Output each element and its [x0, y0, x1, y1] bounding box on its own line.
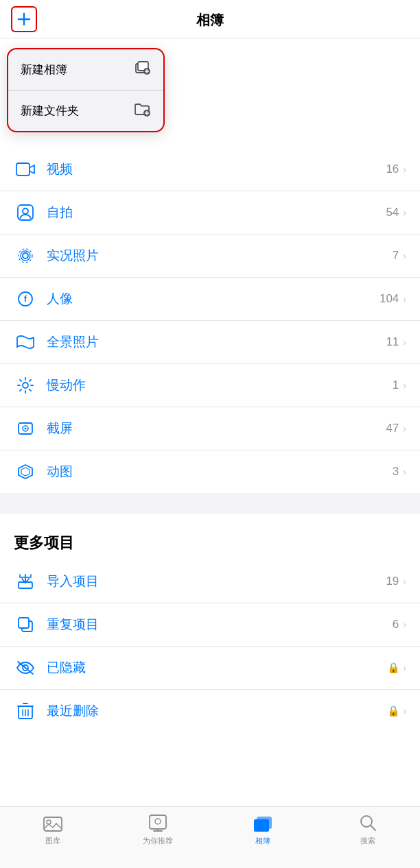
import-chevron: › [403, 576, 406, 587]
tab-foryou[interactable]: 为你推荐 [105, 814, 210, 846]
svg-point-49 [155, 819, 161, 824]
svg-point-13 [23, 253, 28, 258]
recently-deleted-item[interactable]: 最近删除 🔒 › [0, 690, 420, 732]
portrait-count: 104 [380, 292, 399, 306]
screenshot-item[interactable]: 截屏 47 › [0, 407, 420, 450]
section-spacer [0, 493, 420, 514]
svg-text:f: f [24, 293, 27, 304]
panorama-icon [14, 330, 37, 354]
duplicate-chevron: › [403, 619, 406, 630]
gallery-label: 图库 [45, 836, 60, 846]
new-album-item[interactable]: 新建相簿 [8, 49, 163, 91]
gallery-icon [43, 814, 63, 833]
selfie-count: 54 [386, 206, 399, 219]
slowmo-item[interactable]: 慢动作 1 › [0, 364, 420, 407]
tab-bar: 图库 为你推荐 相簿 [0, 806, 420, 868]
gif-count: 3 [393, 465, 399, 479]
new-album-label: 新建相簿 [21, 62, 67, 77]
duplicate-item[interactable]: 重复项目 6 › [0, 603, 420, 647]
recently-deleted-label: 最近删除 [47, 702, 387, 720]
svg-rect-10 [16, 163, 30, 176]
duplicate-count: 6 [393, 618, 399, 631]
svg-rect-44 [44, 817, 62, 831]
app-header: 相簿 [0, 0, 420, 38]
screenshot-label: 截屏 [47, 420, 386, 437]
video-item[interactable]: 视频 16 › [0, 148, 420, 191]
live-photo-item[interactable]: 实况照片 7 › [0, 234, 420, 278]
search-label: 搜索 [360, 836, 375, 846]
new-folder-icon [133, 100, 151, 121]
video-count: 16 [386, 162, 399, 176]
svg-line-54 [371, 825, 375, 830]
hidden-chevron: › [403, 662, 406, 673]
new-folder-item[interactable]: 新建文件夹 [8, 91, 163, 131]
portrait-label: 人像 [47, 290, 380, 308]
deleted-lock: 🔒 [387, 705, 400, 717]
import-icon [14, 570, 37, 593]
hidden-label: 已隐藏 [47, 659, 387, 677]
tab-albums[interactable]: 相簿 [210, 814, 315, 846]
plus-icon [17, 12, 31, 26]
more-section: 导入项目 19 › 重复项目 6 › 已隐藏 🔒 › [0, 560, 420, 732]
dropdown-menu: 新建相簿 新建文件夹 [7, 48, 165, 132]
page-title: 相簿 [196, 11, 224, 29]
video-chevron: › [403, 164, 406, 175]
hidden-lock: 🔒 [387, 662, 400, 674]
media-types-section: 视频 16 › 自拍 54 › 实况照片 7 › [0, 148, 420, 493]
screenshot-count: 47 [386, 422, 399, 435]
bottom-spacer [0, 732, 420, 801]
gif-chevron: › [403, 466, 406, 477]
hidden-item[interactable]: 已隐藏 🔒 › [0, 647, 420, 690]
tab-gallery[interactable]: 图库 [0, 814, 105, 846]
svg-line-22 [20, 380, 21, 381]
foryou-icon [148, 814, 168, 833]
live-photo-count: 7 [393, 249, 399, 263]
selfie-item[interactable]: 自拍 54 › [0, 191, 420, 234]
albums-icon [253, 814, 273, 833]
add-button[interactable] [11, 6, 37, 32]
hidden-icon [14, 656, 37, 679]
portrait-item[interactable]: f 人像 104 › [0, 278, 420, 321]
tab-search[interactable]: 搜索 [315, 814, 420, 846]
duplicate-label: 重复项目 [47, 616, 393, 634]
duplicate-icon [14, 613, 37, 636]
more-section-header: 更多项目 [0, 514, 420, 560]
panorama-chevron: › [403, 337, 406, 348]
panorama-count: 11 [386, 335, 399, 349]
svg-line-23 [30, 389, 31, 391]
panorama-label: 全景照片 [47, 333, 386, 351]
gif-label: 动图 [47, 463, 393, 481]
slowmo-chevron: › [403, 380, 406, 391]
video-icon [14, 158, 37, 181]
screenshot-icon [14, 417, 37, 440]
svg-line-24 [30, 380, 31, 381]
svg-line-36 [18, 662, 33, 674]
import-label: 导入项目 [47, 572, 386, 590]
video-label: 视频 [47, 160, 386, 178]
selfie-chevron: › [403, 207, 406, 218]
svg-rect-52 [254, 819, 269, 832]
portrait-chevron: › [403, 293, 406, 304]
selfie-icon [14, 201, 37, 224]
slowmo-icon [14, 374, 37, 397]
svg-line-25 [20, 389, 21, 391]
live-photo-label: 实况照片 [47, 247, 393, 265]
svg-marker-30 [19, 465, 32, 479]
import-item[interactable]: 导入项目 19 › [0, 560, 420, 603]
foryou-label: 为你推荐 [143, 836, 173, 846]
slowmo-label: 慢动作 [47, 376, 393, 394]
gif-item[interactable]: 动图 3 › [0, 450, 420, 493]
portrait-icon: f [14, 287, 37, 311]
trash-icon [14, 699, 37, 723]
gif-icon [14, 460, 37, 483]
svg-rect-35 [19, 618, 29, 628]
slowmo-count: 1 [393, 378, 399, 392]
search-icon [358, 814, 378, 833]
panorama-item[interactable]: 全景照片 11 › [0, 321, 420, 364]
new-album-icon [133, 59, 151, 80]
live-photo-icon [14, 244, 37, 267]
screenshot-chevron: › [403, 423, 406, 434]
svg-point-45 [47, 820, 51, 824]
svg-rect-46 [150, 815, 166, 829]
new-folder-label: 新建文件夹 [21, 103, 79, 119]
